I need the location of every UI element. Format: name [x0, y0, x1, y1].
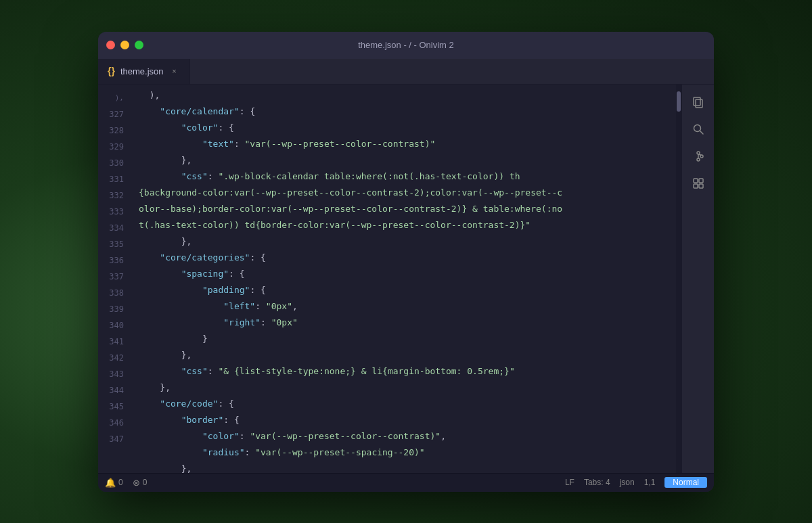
- svg-rect-1: [694, 97, 700, 106]
- code-line-334: "spacing": {: [139, 266, 676, 282]
- language-status: json: [620, 478, 635, 487]
- editor-window: theme.json - / - Onivim 2 {} theme.json …: [98, 32, 714, 492]
- copy-icon[interactable]: [686, 90, 710, 114]
- line-num-336: 336: [98, 252, 132, 269]
- code-container: ), 327 328 329 330 331 332 333 334 335 3…: [98, 85, 681, 473]
- tabs-status: Tabs: 4: [584, 478, 610, 487]
- line-num-337: 337: [98, 269, 132, 285]
- svg-point-4: [697, 152, 700, 154]
- line-num-345: 345: [98, 399, 132, 415]
- line-num-343: 343: [98, 366, 132, 382]
- line-num-344: 344: [98, 382, 132, 399]
- git-icon[interactable]: [686, 144, 710, 168]
- code-line-337: "right": "0px": [139, 315, 676, 331]
- code-line-327: "core/calendar": {: [139, 104, 676, 120]
- title-bar: theme.json - / - Onivim 2: [98, 32, 714, 59]
- code-line-329: "text": "var(--wp--preset--color--contra…: [139, 136, 676, 152]
- tab-bar: {} theme.json ×: [98, 59, 714, 85]
- traffic-lights: [106, 41, 143, 49]
- line-num-342: 342: [98, 350, 132, 366]
- code-line-345: "radius": "var(--wp--preset--spacing--20…: [139, 445, 676, 461]
- bell-status: 🔔 0: [105, 478, 123, 488]
- tab-close-button[interactable]: ×: [169, 66, 180, 76]
- main-content: ), 327 328 329 330 331 332 333 334 335 3…: [98, 85, 714, 473]
- right-sidebar: [681, 85, 714, 473]
- code-lines: ), 327 328 329 330 331 332 333 334 335 3…: [98, 85, 681, 473]
- line-num-329: 329: [98, 139, 132, 155]
- line-num-339: 339: [98, 301, 132, 317]
- code-line-342: "core/code": {: [139, 396, 676, 412]
- code-line-343: "border": {: [139, 412, 676, 428]
- line-num-334: 334: [98, 220, 132, 236]
- line-ending-status: LF: [565, 478, 574, 487]
- code-line-330: },: [139, 152, 676, 168]
- status-bar: 🔔 0 ⊗ 0 LF Tabs: 4 json 1,1 Normal: [98, 473, 714, 492]
- line-num-346: 346: [98, 415, 132, 431]
- line-num-332: 332: [98, 187, 132, 204]
- code-line-335: "padding": {: [139, 282, 676, 298]
- line-num-341: 341: [98, 334, 132, 350]
- maximize-button[interactable]: [135, 41, 143, 49]
- line-num-331: 331: [98, 171, 132, 187]
- search-icon[interactable]: [686, 117, 710, 141]
- svg-point-5: [697, 158, 700, 161]
- code-line-331b: {background-color:var(--wp--preset--colo…: [139, 185, 676, 201]
- tab-filename: theme.json: [120, 66, 164, 76]
- line-num-340: 340: [98, 317, 132, 334]
- extensions-icon[interactable]: [686, 171, 710, 196]
- line-ending: LF: [565, 478, 574, 487]
- vim-mode: Normal: [664, 477, 707, 488]
- code-content: ), "core/calendar": { "color": { "text":…: [132, 85, 676, 473]
- cursor-status: 1,1: [644, 478, 656, 487]
- error-status: ⊗ 0: [133, 478, 148, 488]
- svg-line-3: [700, 131, 703, 134]
- language: json: [620, 478, 635, 487]
- tab-theme-json[interactable]: {} theme.json ×: [98, 59, 190, 84]
- error-count: 0: [143, 478, 148, 487]
- svg-rect-12: [699, 184, 703, 188]
- line-numbers: ), 327 328 329 330 331 332 333 334 335 3…: [98, 85, 132, 473]
- svg-rect-0: [696, 99, 702, 108]
- line-num-333: 333: [98, 204, 132, 220]
- svg-rect-11: [694, 184, 698, 188]
- bell-icon: 🔔: [105, 478, 116, 488]
- svg-rect-9: [694, 179, 698, 183]
- line-num-330: 330: [98, 155, 132, 171]
- minimize-button[interactable]: [120, 41, 129, 49]
- cursor-pos: 1,1: [644, 478, 656, 487]
- code-line-340: "css": "& {list-style-type:none;} & li{m…: [139, 363, 676, 380]
- editor-area[interactable]: ), 327 328 329 330 331 332 333 334 335 3…: [98, 85, 681, 473]
- tabs-label: Tabs: 4: [584, 478, 610, 487]
- code-line-332: },: [139, 233, 676, 250]
- code-line-338: }: [139, 331, 676, 347]
- code-line-333: "core/categories": {: [139, 250, 676, 266]
- bell-count: 0: [118, 478, 123, 487]
- code-line-341: },: [139, 380, 676, 396]
- code-line-336: "left": "0px",: [139, 298, 676, 315]
- code-line-346: },: [139, 461, 676, 473]
- line-num-327: 327: [98, 106, 132, 122]
- code-line-339: },: [139, 347, 676, 363]
- code-line-331: "css": ".wp-block-calendar table:where(:…: [139, 168, 676, 185]
- code-line-331c: olor--base);border-color:var(--wp--prese…: [139, 201, 676, 217]
- error-icon: ⊗: [133, 478, 140, 488]
- line-num-338: 338: [98, 285, 132, 301]
- code-line-331d: t(.has-text-color)) td{border-color:var(…: [139, 217, 676, 233]
- tab-file-icon: {}: [108, 66, 115, 76]
- code-line-344: "color": "var(--wp--preset--color--contr…: [139, 428, 676, 445]
- line-num-328: 328: [98, 122, 132, 139]
- scrollbar-thumb[interactable]: [677, 91, 681, 112]
- line-num-top: ),: [98, 87, 132, 106]
- svg-rect-10: [699, 179, 703, 183]
- window-title: theme.json - / - Onivim 2: [358, 40, 454, 50]
- code-line-top: ),: [139, 87, 676, 104]
- line-num-335: 335: [98, 236, 132, 252]
- code-line-328: "color": {: [139, 120, 676, 136]
- line-num-347: 347: [98, 431, 132, 447]
- scrollbar-track[interactable]: [676, 85, 681, 473]
- close-button[interactable]: [106, 41, 115, 49]
